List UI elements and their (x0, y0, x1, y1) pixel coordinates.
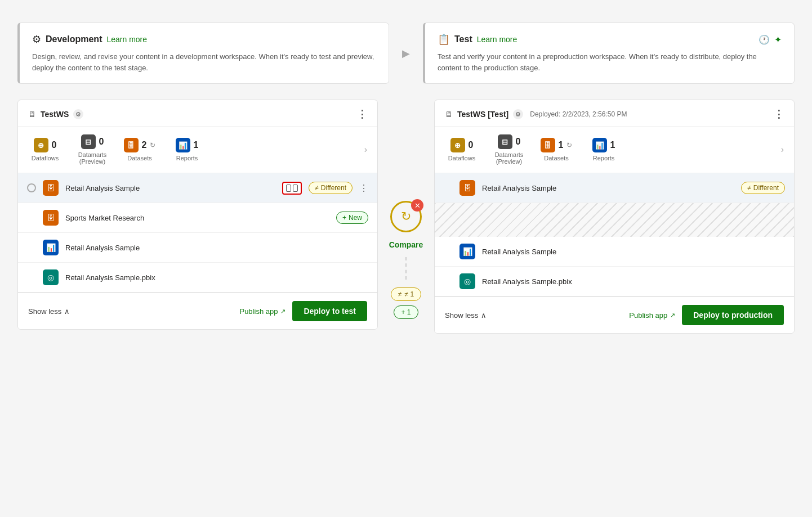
dev-item-retail-analysis[interactable]: 🗄 Retail Analysis Sample ≠ Different ⋮ (18, 173, 377, 203)
test-item-retail-pbix[interactable]: ◎ Retail Analysis Sample.pbix (435, 267, 794, 296)
test-item-pbix-icon-3: ◎ (459, 273, 475, 289)
compare-badges: ≠ ≠ 1 + 1 (391, 287, 421, 319)
dev-show-less-label: Show less (28, 307, 61, 316)
dev-datasets-refresh-icon[interactable]: ↻ (150, 141, 155, 149)
dev-stat-dataflows: ⊕ 0 Dataflows (28, 138, 62, 161)
test-show-less-button[interactable]: Show less ∧ (445, 311, 487, 320)
test-workspace-icon: 🖥 (445, 110, 453, 119)
dev-stage-info: ⚙ Development Learn more Design, review,… (17, 23, 389, 84)
dev-item-different-badge-1: ≠ Different (309, 182, 353, 194)
dev-stat-dataflows-icon-num: ⊕ 0 (34, 138, 57, 152)
dev-deploy-button[interactable]: Deploy to test (292, 301, 367, 321)
dev-workspace-header: 🖥 TestWS ⚙ ⋮ (18, 100, 377, 127)
dev-workspace-name: TestWS (41, 110, 69, 119)
new-label: New (349, 214, 362, 222)
dev-stage-description: Design, review, and revise your content … (32, 51, 376, 73)
test-publish-ext-icon: ↗ (670, 312, 675, 319)
test-learn-more-link[interactable]: Learn more (477, 35, 517, 44)
dev-item-sports[interactable]: 🗄 Sports Market Research + New (18, 203, 377, 233)
test-show-less-chevron: ∧ (481, 311, 487, 320)
test-deploy-button[interactable]: Deploy to production (682, 305, 784, 325)
dev-item-dataset-icon-2: 🗄 (43, 210, 59, 226)
compare-dashed-line (405, 257, 407, 280)
test-datamarts-icon: ⊟ (498, 134, 512, 149)
dev-stat-datamarts-icon-num: ⊟ 0 (81, 134, 104, 149)
test-hatched-placeholder (435, 203, 794, 237)
dev-publish-app-button[interactable]: Publish app ↗ (239, 307, 285, 316)
dev-show-less-button[interactable]: Show less ∧ (28, 307, 70, 316)
dev-datasets-label: Datasets (127, 155, 151, 161)
dev-workspace-more-button[interactable]: ⋮ (357, 109, 367, 119)
test-reports-count: 1 (610, 140, 615, 150)
dev-item-radio-1[interactable] (27, 183, 36, 192)
test-workspace-more-button[interactable]: ⋮ (774, 109, 784, 119)
stars-icon[interactable]: ✦ (774, 34, 782, 45)
test-item-name-3: Retail Analysis Sample.pbix (482, 277, 785, 286)
test-stage-description: Test and verify your content in a prepro… (438, 51, 782, 73)
test-workspace-header: 🖥 TestWS [Test] ⚙ Deployed: 2/2/2023, 2:… (435, 100, 794, 127)
test-stat-datasets-icon-num: 🗄 1 ↻ (541, 138, 573, 152)
test-workspace-settings-badge[interactable]: ⚙ (513, 109, 523, 119)
dev-learn-more-link[interactable]: Learn more (106, 35, 147, 44)
test-datasets-label: Datasets (544, 155, 568, 161)
dev-item-name-3: Retail Analysis Sample (65, 244, 368, 252)
test-workspace-name: TestWS [Test] (457, 110, 508, 119)
history-icon[interactable]: 🕐 (759, 34, 770, 45)
workspace-cards-row: 🖥 TestWS ⚙ ⋮ ⊕ 0 Dataflows ⊟ 0 Datamarts… (17, 100, 795, 334)
dev-stats-row: ⊕ 0 Dataflows ⊟ 0 Datamarts(Preview) 🗄 2… (18, 127, 377, 173)
dev-workspace-card: 🖥 TestWS ⚙ ⋮ ⊕ 0 Dataflows ⊟ 0 Datamarts… (17, 100, 378, 330)
dev-reports-icon: 📊 (176, 138, 190, 152)
test-different-icon-1: ≠ (747, 184, 751, 192)
test-item-name-2: Retail Analysis Sample (482, 248, 785, 256)
test-datasets-refresh-icon[interactable]: ↻ (566, 141, 572, 149)
test-stat-datamarts-icon-num: ⊟ 0 (498, 134, 521, 149)
test-datasets-icon: 🗄 (541, 138, 555, 152)
dev-publish-app-label: Publish app (239, 307, 278, 316)
test-item-dataset-icon-1: 🗄 (459, 180, 475, 196)
test-stat-reports-icon-num: 📊 1 (592, 138, 615, 152)
test-show-less-label: Show less (445, 311, 478, 320)
dev-item-more-1[interactable]: ⋮ (359, 183, 368, 194)
test-workspace-card: 🖥 TestWS [Test] ⚙ Deployed: 2/2/2023, 2:… (434, 100, 795, 334)
dev-reports-label: Reports (176, 155, 198, 161)
test-stage-icon: 📋 (438, 33, 450, 46)
dev-card-footer: Show less ∧ Publish app ↗ Deploy to test (18, 293, 377, 329)
new-plus-icon: + (342, 214, 346, 222)
compare-circle[interactable]: ↻ ✕ (390, 201, 422, 232)
test-stat-datamarts: ⊟ 0 Datamarts(Preview) (492, 134, 526, 165)
dev-publish-ext-icon: ↗ (280, 308, 285, 315)
dev-item-retail-report[interactable]: 📊 Retail Analysis Sample (18, 233, 377, 263)
test-datasets-count: 1 (559, 140, 564, 150)
dev-compare-button[interactable] (282, 182, 302, 195)
test-item-retail-analysis[interactable]: 🗄 Retail Analysis Sample ≠ Different (435, 173, 794, 203)
compare-minus-icon: ≠ (398, 290, 402, 298)
test-datamarts-count: 0 (516, 137, 521, 147)
test-publish-app-button[interactable]: Publish app ↗ (629, 311, 675, 320)
dev-item-retail-pbix[interactable]: ◎ Retail Analysis Sample.pbix (18, 263, 377, 293)
dev-workspace-settings-badge[interactable]: ⚙ (73, 109, 83, 119)
dev-datamarts-count: 0 (99, 137, 104, 147)
test-item-retail-report[interactable]: 📊 Retail Analysis Sample (435, 237, 794, 267)
dev-items-list: 🗄 Retail Analysis Sample ≠ Different ⋮ 🗄… (18, 173, 377, 293)
dev-stat-reports: 📊 1 Reports (170, 138, 204, 161)
stage-info-row: ⚙ Development Learn more Design, review,… (17, 23, 795, 84)
compare-arrows-icon: ↻ (401, 209, 411, 224)
test-dataflows-icon: ⊕ (450, 138, 465, 152)
test-stage-icons: 🕐 ✦ (759, 34, 782, 45)
test-workspace-deployed: Deployed: 2/2/2023, 2:56:50 PM (530, 110, 627, 118)
dev-stage-title: Development (46, 34, 102, 44)
dev-show-less-chevron: ∧ (64, 307, 70, 316)
test-stats-arrow[interactable]: › (781, 145, 784, 155)
test-stats-row: ⊕ 0 Dataflows ⊟ 0 Datamarts(Preview) 🗄 1… (435, 127, 794, 173)
dev-stats-arrow[interactable]: › (364, 145, 367, 155)
dev-reports-count: 1 (194, 140, 199, 150)
test-stage-header: 📋 Test Learn more 🕐 ✦ (438, 33, 782, 46)
compare-label: Compare (389, 240, 423, 249)
compare-badge-plus: + 1 (394, 305, 418, 319)
different-icon-1: ≠ (315, 184, 319, 192)
dev-item-new-badge-2: + New (336, 212, 368, 224)
dev-item-dataset-icon-1: 🗄 (43, 180, 59, 196)
dev-dataflows-icon: ⊕ (34, 138, 48, 152)
dev-dataflows-label: Dataflows (32, 155, 59, 161)
test-stat-dataflows-icon-num: ⊕ 0 (450, 138, 474, 152)
